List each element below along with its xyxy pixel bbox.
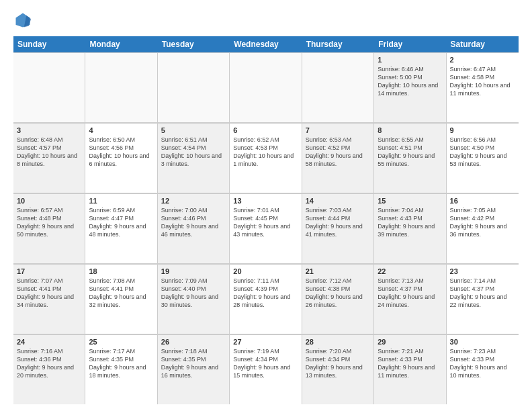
day-info: Sunrise: 7:03 AM Sunset: 4:44 PM Dayligh… (306, 206, 370, 239)
calendar-cell: 5Sunrise: 6:51 AM Sunset: 4:54 PM Daylig… (158, 123, 230, 193)
day-info: Sunrise: 6:50 AM Sunset: 4:56 PM Dayligh… (89, 136, 153, 169)
day-number: 11 (89, 197, 153, 205)
calendar-header: SundayMondayTuesdayWednesdayThursdayFrid… (13, 36, 519, 52)
day-number: 5 (161, 126, 226, 134)
day-number: 28 (306, 338, 370, 346)
day-info: Sunrise: 7:14 AM Sunset: 4:37 PM Dayligh… (450, 277, 515, 310)
day-info: Sunrise: 7:00 AM Sunset: 4:46 PM Dayligh… (161, 206, 226, 239)
calendar-cell: 15Sunrise: 7:04 AM Sunset: 4:43 PM Dayli… (374, 193, 446, 263)
logo-icon (13, 11, 32, 30)
calendar-cell: 1Sunrise: 6:46 AM Sunset: 5:00 PM Daylig… (374, 52, 446, 122)
day-number: 19 (161, 267, 226, 275)
calendar-cell (13, 52, 85, 122)
day-number: 8 (378, 126, 442, 134)
day-number: 3 (17, 126, 81, 134)
calendar-cell: 29Sunrise: 7:21 AM Sunset: 4:33 PM Dayli… (374, 334, 446, 404)
day-info: Sunrise: 6:55 AM Sunset: 4:51 PM Dayligh… (378, 136, 442, 169)
day-info: Sunrise: 6:53 AM Sunset: 4:52 PM Dayligh… (306, 136, 370, 169)
day-number: 20 (233, 267, 298, 275)
day-number: 27 (233, 338, 298, 346)
day-info: Sunrise: 7:16 AM Sunset: 4:36 PM Dayligh… (17, 347, 81, 380)
day-number: 24 (17, 338, 81, 346)
day-info: Sunrise: 6:56 AM Sunset: 4:50 PM Dayligh… (450, 136, 515, 169)
day-info: Sunrise: 7:20 AM Sunset: 4:34 PM Dayligh… (306, 347, 370, 380)
calendar-row-2: 3Sunrise: 6:48 AM Sunset: 4:57 PM Daylig… (13, 123, 519, 193)
day-number: 23 (450, 267, 515, 275)
calendar-cell: 21Sunrise: 7:12 AM Sunset: 4:38 PM Dayli… (302, 264, 374, 334)
day-number: 7 (306, 126, 370, 134)
calendar-cell: 11Sunrise: 6:59 AM Sunset: 4:47 PM Dayli… (85, 193, 157, 263)
calendar-cell: 16Sunrise: 7:05 AM Sunset: 4:42 PM Dayli… (447, 193, 519, 263)
day-number: 18 (89, 267, 153, 275)
calendar-cell (158, 52, 230, 122)
day-info: Sunrise: 7:04 AM Sunset: 4:43 PM Dayligh… (378, 206, 442, 239)
calendar-cell: 18Sunrise: 7:08 AM Sunset: 4:41 PM Dayli… (85, 264, 157, 334)
day-number: 9 (450, 126, 515, 134)
day-info: Sunrise: 7:17 AM Sunset: 4:35 PM Dayligh… (89, 347, 153, 380)
calendar-cell: 6Sunrise: 6:52 AM Sunset: 4:53 PM Daylig… (230, 123, 302, 193)
day-number: 13 (233, 197, 298, 205)
calendar-cell: 8Sunrise: 6:55 AM Sunset: 4:51 PM Daylig… (374, 123, 446, 193)
day-number: 12 (161, 197, 226, 205)
calendar: SundayMondayTuesdayWednesdayThursdayFrid… (13, 36, 519, 404)
calendar-cell (85, 52, 157, 122)
day-info: Sunrise: 6:48 AM Sunset: 4:57 PM Dayligh… (17, 136, 81, 169)
calendar-body: 1Sunrise: 6:46 AM Sunset: 5:00 PM Daylig… (13, 52, 519, 404)
calendar-cell: 23Sunrise: 7:14 AM Sunset: 4:37 PM Dayli… (447, 264, 519, 334)
logo (13, 11, 35, 30)
calendar-cell: 14Sunrise: 7:03 AM Sunset: 4:44 PM Dayli… (302, 193, 374, 263)
day-info: Sunrise: 7:09 AM Sunset: 4:40 PM Dayligh… (161, 277, 226, 310)
calendar-cell (230, 52, 302, 122)
day-info: Sunrise: 7:01 AM Sunset: 4:45 PM Dayligh… (233, 206, 298, 239)
day-info: Sunrise: 7:21 AM Sunset: 4:33 PM Dayligh… (378, 347, 442, 380)
day-info: Sunrise: 7:23 AM Sunset: 4:33 PM Dayligh… (450, 347, 515, 380)
day-info: Sunrise: 7:05 AM Sunset: 4:42 PM Dayligh… (450, 206, 515, 239)
calendar-cell (302, 52, 374, 122)
day-number: 22 (378, 267, 442, 275)
day-info: Sunrise: 7:12 AM Sunset: 4:38 PM Dayligh… (306, 277, 370, 310)
header (13, 11, 519, 30)
calendar-cell: 26Sunrise: 7:18 AM Sunset: 4:35 PM Dayli… (158, 334, 230, 404)
calendar-cell: 2Sunrise: 6:47 AM Sunset: 4:58 PM Daylig… (447, 52, 519, 122)
day-info: Sunrise: 7:13 AM Sunset: 4:37 PM Dayligh… (378, 277, 442, 310)
calendar-cell: 20Sunrise: 7:11 AM Sunset: 4:39 PM Dayli… (230, 264, 302, 334)
day-info: Sunrise: 6:47 AM Sunset: 4:58 PM Dayligh… (450, 65, 515, 98)
day-info: Sunrise: 7:08 AM Sunset: 4:41 PM Dayligh… (89, 277, 153, 310)
day-number: 25 (89, 338, 153, 346)
calendar-cell: 24Sunrise: 7:16 AM Sunset: 4:36 PM Dayli… (13, 334, 85, 404)
header-day-saturday: Saturday (447, 36, 519, 52)
day-number: 10 (17, 197, 81, 205)
calendar-cell: 27Sunrise: 7:19 AM Sunset: 4:34 PM Dayli… (230, 334, 302, 404)
day-info: Sunrise: 6:57 AM Sunset: 4:48 PM Dayligh… (17, 206, 81, 239)
header-day-tuesday: Tuesday (158, 36, 230, 52)
day-info: Sunrise: 6:51 AM Sunset: 4:54 PM Dayligh… (161, 136, 226, 169)
calendar-cell: 3Sunrise: 6:48 AM Sunset: 4:57 PM Daylig… (13, 123, 85, 193)
day-info: Sunrise: 7:19 AM Sunset: 4:34 PM Dayligh… (233, 347, 298, 380)
day-number: 30 (450, 338, 515, 346)
calendar-cell: 22Sunrise: 7:13 AM Sunset: 4:37 PM Dayli… (374, 264, 446, 334)
calendar-cell: 25Sunrise: 7:17 AM Sunset: 4:35 PM Dayli… (85, 334, 157, 404)
day-number: 2 (450, 56, 515, 64)
calendar-row-5: 24Sunrise: 7:16 AM Sunset: 4:36 PM Dayli… (13, 334, 519, 404)
calendar-cell: 19Sunrise: 7:09 AM Sunset: 4:40 PM Dayli… (158, 264, 230, 334)
page: SundayMondayTuesdayWednesdayThursdayFrid… (0, 0, 532, 411)
calendar-cell: 28Sunrise: 7:20 AM Sunset: 4:34 PM Dayli… (302, 334, 374, 404)
day-number: 1 (378, 56, 442, 64)
day-info: Sunrise: 6:46 AM Sunset: 5:00 PM Dayligh… (378, 65, 442, 98)
day-number: 17 (17, 267, 81, 275)
day-info: Sunrise: 7:18 AM Sunset: 4:35 PM Dayligh… (161, 347, 226, 380)
calendar-cell: 12Sunrise: 7:00 AM Sunset: 4:46 PM Dayli… (158, 193, 230, 263)
day-number: 15 (378, 197, 442, 205)
header-day-sunday: Sunday (13, 36, 85, 52)
header-day-monday: Monday (85, 36, 157, 52)
calendar-row-1: 1Sunrise: 6:46 AM Sunset: 5:00 PM Daylig… (13, 52, 519, 123)
day-info: Sunrise: 7:11 AM Sunset: 4:39 PM Dayligh… (233, 277, 298, 310)
calendar-cell: 9Sunrise: 6:56 AM Sunset: 4:50 PM Daylig… (447, 123, 519, 193)
day-number: 16 (450, 197, 515, 205)
calendar-cell: 10Sunrise: 6:57 AM Sunset: 4:48 PM Dayli… (13, 193, 85, 263)
calendar-row-3: 10Sunrise: 6:57 AM Sunset: 4:48 PM Dayli… (13, 193, 519, 264)
calendar-row-4: 17Sunrise: 7:07 AM Sunset: 4:41 PM Dayli… (13, 264, 519, 334)
day-number: 21 (306, 267, 370, 275)
calendar-cell: 30Sunrise: 7:23 AM Sunset: 4:33 PM Dayli… (447, 334, 519, 404)
day-number: 6 (233, 126, 298, 134)
